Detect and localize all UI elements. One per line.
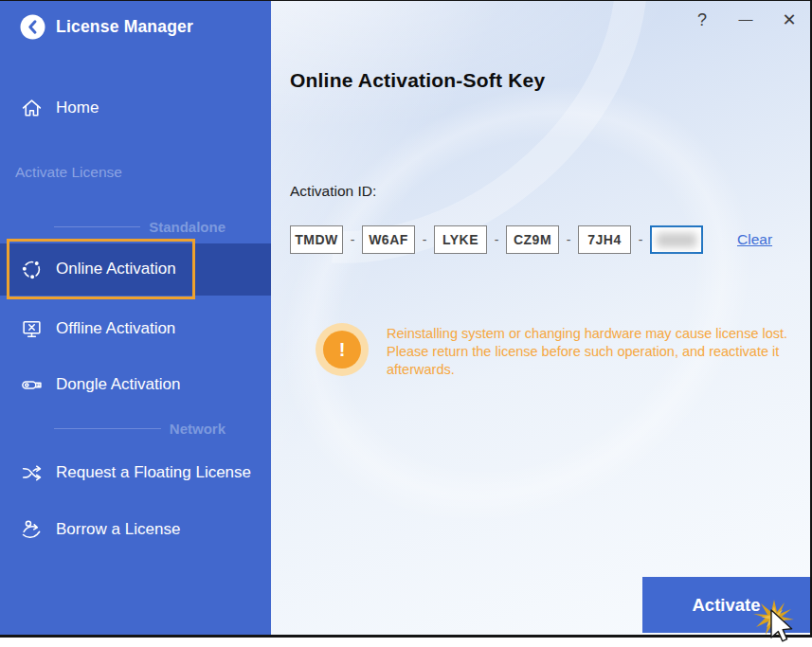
activation-id-label: Activation ID: bbox=[290, 183, 376, 200]
borrow-license-icon bbox=[20, 518, 44, 542]
home-icon bbox=[20, 97, 44, 120]
activation-id-row: TMDW - W6AF - LYKE - CZ9M - 7JH4 - Clear bbox=[290, 225, 772, 254]
segment-separator: - bbox=[631, 232, 650, 247]
license-manager-window: License Manager Home Activate License St… bbox=[0, 0, 812, 638]
sidebar-item-borrow-license[interactable]: Borrow a License bbox=[0, 511, 271, 548]
warning-icon: ! bbox=[316, 323, 369, 376]
sidebar-item-home[interactable]: Home bbox=[0, 89, 271, 127]
group-label: Network bbox=[170, 421, 226, 437]
content-area: ? — ✕ Online Activation-Soft Key Activat… bbox=[271, 1, 810, 635]
sidebar-item-label: Dongle Activation bbox=[56, 375, 180, 394]
segment-separator: - bbox=[559, 232, 578, 247]
activation-id-segment-2[interactable]: W6AF bbox=[362, 225, 415, 254]
sidebar-item-request-floating-license[interactable]: Request a Floating License bbox=[0, 454, 271, 492]
sidebar-item-label: Borrow a License bbox=[56, 520, 180, 539]
warning-text: Reinstalling system or changing hardware… bbox=[387, 323, 792, 379]
offline-activation-icon bbox=[20, 317, 44, 341]
minimize-button[interactable]: — bbox=[734, 7, 757, 33]
sidebar-item-label: Request a Floating License bbox=[56, 463, 251, 482]
clear-link[interactable]: Clear bbox=[737, 231, 772, 248]
activation-id-segment-4[interactable]: CZ9M bbox=[506, 225, 559, 254]
warning-message: ! Reinstalling system or changing hardwa… bbox=[316, 323, 792, 379]
sidebar-section-activate-license: Activate License bbox=[15, 164, 122, 181]
activation-id-segment-5[interactable]: 7JH4 bbox=[578, 225, 631, 254]
online-activation-icon bbox=[20, 258, 44, 281]
group-label: Standalone bbox=[149, 219, 226, 235]
app-title: License Manager bbox=[56, 17, 193, 37]
activation-id-segment-6-redacted[interactable] bbox=[650, 225, 703, 254]
redacted-value-blur bbox=[657, 233, 696, 247]
group-divider bbox=[54, 428, 161, 429]
sidebar-item-label: Home bbox=[56, 99, 99, 117]
floating-license-icon bbox=[20, 461, 44, 485]
dongle-activation-icon bbox=[20, 373, 44, 397]
help-button[interactable]: ? bbox=[691, 7, 713, 33]
sidebar-item-label: Online Activation bbox=[56, 260, 176, 279]
sidebar: License Manager Home Activate License St… bbox=[0, 1, 271, 635]
segment-separator: - bbox=[415, 232, 434, 247]
warning-exclamation: ! bbox=[323, 331, 361, 368]
group-divider bbox=[54, 226, 140, 227]
close-button[interactable]: ✕ bbox=[778, 7, 801, 33]
page-title: Online Activation-Soft Key bbox=[290, 69, 545, 92]
sidebar-item-offline-activation[interactable]: Offline Activation bbox=[0, 310, 271, 348]
segment-separator: - bbox=[343, 232, 362, 247]
sidebar-item-dongle-activation[interactable]: Dongle Activation bbox=[0, 366, 271, 404]
sidebar-item-online-activation[interactable]: Online Activation bbox=[0, 243, 271, 296]
sidebar-item-label: Offline Activation bbox=[56, 319, 175, 338]
activate-button[interactable]: Activate bbox=[642, 577, 810, 633]
titlebar: License Manager bbox=[0, 1, 271, 52]
activation-id-segment-1[interactable]: TMDW bbox=[290, 225, 343, 254]
activation-id-segment-3[interactable]: LYKE bbox=[434, 225, 487, 254]
sidebar-group-standalone: Standalone bbox=[54, 218, 226, 235]
segment-separator: - bbox=[487, 232, 506, 247]
back-icon[interactable] bbox=[20, 14, 45, 40]
window-controls: ? — ✕ bbox=[691, 7, 801, 33]
sidebar-group-network: Network bbox=[54, 420, 226, 437]
